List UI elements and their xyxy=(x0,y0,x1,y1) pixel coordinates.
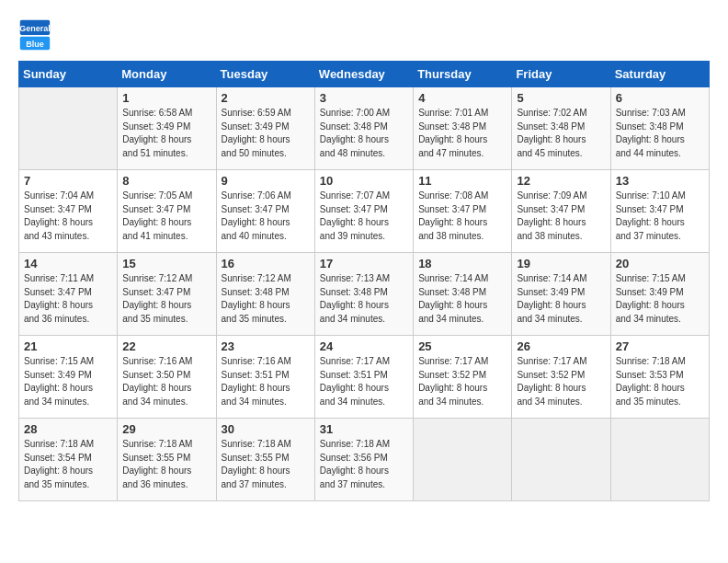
day-number: 11 xyxy=(418,174,506,188)
day-info: Sunrise: 6:59 AM Sunset: 3:49 PM Dayligh… xyxy=(222,107,310,160)
day-info: Sunrise: 7:09 AM Sunset: 3:47 PM Dayligh… xyxy=(517,190,605,243)
calendar-cell: 26Sunrise: 7:17 AM Sunset: 3:52 PM Dayli… xyxy=(512,336,610,419)
calendar-cell: 25Sunrise: 7:17 AM Sunset: 3:52 PM Dayli… xyxy=(414,336,512,419)
day-info: Sunrise: 7:16 AM Sunset: 3:50 PM Dayligh… xyxy=(122,355,210,408)
day-info: Sunrise: 7:12 AM Sunset: 3:47 PM Dayligh… xyxy=(122,272,210,326)
header-day-wednesday: Wednesday xyxy=(314,62,413,87)
header: General Blue xyxy=(18,18,710,52)
day-number: 1 xyxy=(122,91,210,105)
day-number: 14 xyxy=(24,257,112,270)
day-info: Sunrise: 7:07 AM Sunset: 3:47 PM Dayligh… xyxy=(320,190,408,243)
calendar-body: 1Sunrise: 6:58 AM Sunset: 3:49 PM Daylig… xyxy=(19,87,710,501)
day-number: 3 xyxy=(320,91,408,105)
day-info: Sunrise: 7:17 AM Sunset: 3:51 PM Dayligh… xyxy=(320,355,408,408)
calendar-cell xyxy=(414,419,512,501)
day-number: 6 xyxy=(616,91,704,105)
day-number: 9 xyxy=(222,174,310,188)
day-info: Sunrise: 7:11 AM Sunset: 3:47 PM Dayligh… xyxy=(24,272,112,326)
calendar-cell: 27Sunrise: 7:18 AM Sunset: 3:53 PM Dayli… xyxy=(610,336,709,419)
header-day-monday: Monday xyxy=(118,62,216,87)
day-info: Sunrise: 7:13 AM Sunset: 3:48 PM Dayligh… xyxy=(320,272,408,326)
day-number: 20 xyxy=(616,257,704,270)
day-info: Sunrise: 7:17 AM Sunset: 3:52 PM Dayligh… xyxy=(418,355,506,408)
calendar-cell: 14Sunrise: 7:11 AM Sunset: 3:47 PM Dayli… xyxy=(19,253,118,336)
calendar-cell: 5Sunrise: 7:02 AM Sunset: 3:48 PM Daylig… xyxy=(512,87,610,170)
day-info: Sunrise: 6:58 AM Sunset: 3:49 PM Dayligh… xyxy=(122,107,210,160)
svg-text:General: General xyxy=(19,24,51,33)
calendar-cell: 9Sunrise: 7:06 AM Sunset: 3:47 PM Daylig… xyxy=(216,170,314,253)
calendar-cell: 29Sunrise: 7:18 AM Sunset: 3:55 PM Dayli… xyxy=(118,419,216,501)
day-number: 17 xyxy=(320,257,408,270)
day-info: Sunrise: 7:01 AM Sunset: 3:48 PM Dayligh… xyxy=(418,107,506,160)
calendar-cell: 19Sunrise: 7:14 AM Sunset: 3:49 PM Dayli… xyxy=(512,253,610,336)
logo-icon: General Blue xyxy=(18,18,51,52)
calendar-cell: 30Sunrise: 7:18 AM Sunset: 3:55 PM Dayli… xyxy=(216,419,314,501)
day-number: 2 xyxy=(222,91,310,105)
day-number: 12 xyxy=(517,174,605,188)
header-day-sunday: Sunday xyxy=(19,62,118,87)
day-number: 8 xyxy=(122,174,210,188)
day-number: 19 xyxy=(517,257,605,270)
calendar-table: SundayMondayTuesdayWednesdayThursdayFrid… xyxy=(18,61,710,501)
day-info: Sunrise: 7:15 AM Sunset: 3:49 PM Dayligh… xyxy=(24,355,112,408)
day-number: 30 xyxy=(222,422,310,436)
calendar-cell: 8Sunrise: 7:05 AM Sunset: 3:47 PM Daylig… xyxy=(118,170,216,253)
calendar-cell xyxy=(610,419,709,501)
day-number: 22 xyxy=(122,339,210,353)
calendar-week-1: 1Sunrise: 6:58 AM Sunset: 3:49 PM Daylig… xyxy=(19,87,710,170)
day-info: Sunrise: 7:17 AM Sunset: 3:52 PM Dayligh… xyxy=(517,355,605,408)
day-number: 10 xyxy=(320,174,408,188)
calendar-cell: 11Sunrise: 7:08 AM Sunset: 3:47 PM Dayli… xyxy=(414,170,512,253)
day-number: 25 xyxy=(418,339,506,353)
calendar-cell: 10Sunrise: 7:07 AM Sunset: 3:47 PM Dayli… xyxy=(314,170,413,253)
day-number: 26 xyxy=(517,339,605,353)
calendar-cell: 15Sunrise: 7:12 AM Sunset: 3:47 PM Dayli… xyxy=(118,253,216,336)
day-info: Sunrise: 7:18 AM Sunset: 3:53 PM Dayligh… xyxy=(616,355,704,408)
calendar-cell: 7Sunrise: 7:04 AM Sunset: 3:47 PM Daylig… xyxy=(19,170,118,253)
calendar-cell: 23Sunrise: 7:16 AM Sunset: 3:51 PM Dayli… xyxy=(216,336,314,419)
calendar-week-2: 7Sunrise: 7:04 AM Sunset: 3:47 PM Daylig… xyxy=(19,170,710,253)
calendar-cell: 4Sunrise: 7:01 AM Sunset: 3:48 PM Daylig… xyxy=(414,87,512,170)
calendar-week-5: 28Sunrise: 7:18 AM Sunset: 3:54 PM Dayli… xyxy=(19,419,710,501)
day-number: 31 xyxy=(320,422,408,436)
day-info: Sunrise: 7:08 AM Sunset: 3:47 PM Dayligh… xyxy=(418,190,506,243)
calendar-cell: 3Sunrise: 7:00 AM Sunset: 3:48 PM Daylig… xyxy=(314,87,413,170)
header-row: SundayMondayTuesdayWednesdayThursdayFrid… xyxy=(19,62,710,87)
day-info: Sunrise: 7:18 AM Sunset: 3:54 PM Dayligh… xyxy=(24,438,112,491)
day-info: Sunrise: 7:05 AM Sunset: 3:47 PM Dayligh… xyxy=(122,190,210,243)
svg-text:Blue: Blue xyxy=(26,40,44,49)
day-info: Sunrise: 7:18 AM Sunset: 3:56 PM Dayligh… xyxy=(320,438,408,491)
calendar-cell: 18Sunrise: 7:14 AM Sunset: 3:48 PM Dayli… xyxy=(414,253,512,336)
day-info: Sunrise: 7:03 AM Sunset: 3:48 PM Dayligh… xyxy=(616,107,704,160)
calendar-cell: 1Sunrise: 6:58 AM Sunset: 3:49 PM Daylig… xyxy=(118,87,216,170)
calendar-week-3: 14Sunrise: 7:11 AM Sunset: 3:47 PM Dayli… xyxy=(19,253,710,336)
day-info: Sunrise: 7:06 AM Sunset: 3:47 PM Dayligh… xyxy=(222,190,310,243)
logo: General Blue xyxy=(18,18,59,52)
calendar-cell: 17Sunrise: 7:13 AM Sunset: 3:48 PM Dayli… xyxy=(314,253,413,336)
header-day-thursday: Thursday xyxy=(414,62,512,87)
day-info: Sunrise: 7:16 AM Sunset: 3:51 PM Dayligh… xyxy=(222,355,310,408)
day-number: 27 xyxy=(616,339,704,353)
day-number: 5 xyxy=(517,91,605,105)
day-number: 18 xyxy=(418,257,506,270)
day-info: Sunrise: 7:14 AM Sunset: 3:49 PM Dayligh… xyxy=(517,272,605,326)
day-number: 4 xyxy=(418,91,506,105)
day-number: 16 xyxy=(222,257,310,270)
day-info: Sunrise: 7:04 AM Sunset: 3:47 PM Dayligh… xyxy=(24,190,112,243)
calendar-cell: 2Sunrise: 6:59 AM Sunset: 3:49 PM Daylig… xyxy=(216,87,314,170)
calendar-cell: 31Sunrise: 7:18 AM Sunset: 3:56 PM Dayli… xyxy=(314,419,413,501)
day-info: Sunrise: 7:02 AM Sunset: 3:48 PM Dayligh… xyxy=(517,107,605,160)
day-number: 23 xyxy=(222,339,310,353)
calendar-cell: 6Sunrise: 7:03 AM Sunset: 3:48 PM Daylig… xyxy=(610,87,709,170)
day-info: Sunrise: 7:14 AM Sunset: 3:48 PM Dayligh… xyxy=(418,272,506,326)
calendar-cell: 24Sunrise: 7:17 AM Sunset: 3:51 PM Dayli… xyxy=(314,336,413,419)
day-info: Sunrise: 7:15 AM Sunset: 3:49 PM Dayligh… xyxy=(616,272,704,326)
day-info: Sunrise: 7:00 AM Sunset: 3:48 PM Dayligh… xyxy=(320,107,408,160)
day-info: Sunrise: 7:12 AM Sunset: 3:48 PM Dayligh… xyxy=(222,272,310,326)
calendar-cell: 12Sunrise: 7:09 AM Sunset: 3:47 PM Dayli… xyxy=(512,170,610,253)
header-day-saturday: Saturday xyxy=(610,62,709,87)
calendar-cell: 20Sunrise: 7:15 AM Sunset: 3:49 PM Dayli… xyxy=(610,253,709,336)
calendar-cell: 16Sunrise: 7:12 AM Sunset: 3:48 PM Dayli… xyxy=(216,253,314,336)
day-number: 28 xyxy=(24,422,112,436)
day-info: Sunrise: 7:18 AM Sunset: 3:55 PM Dayligh… xyxy=(122,438,210,491)
